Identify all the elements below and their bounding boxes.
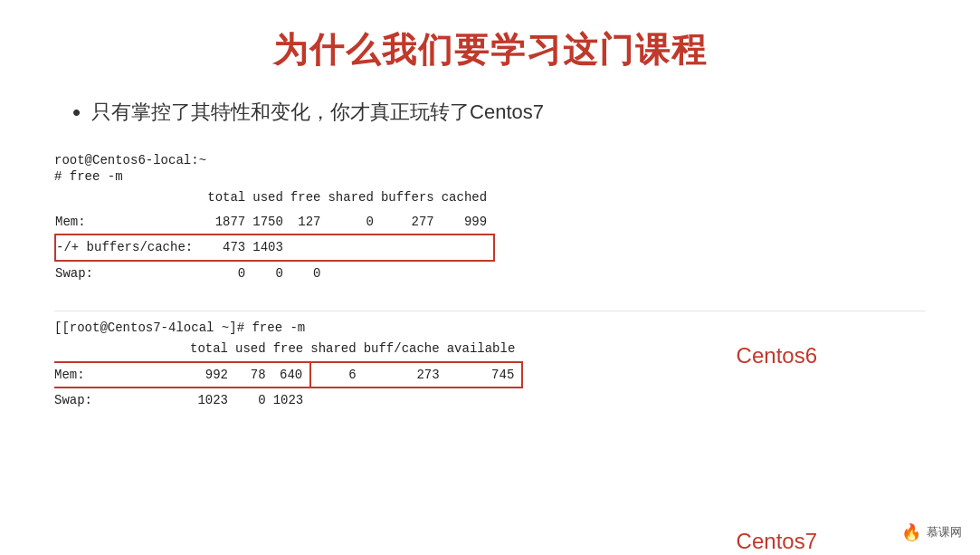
centos6-block: root@Centos6-local:~ # free -m total use… — [54, 153, 926, 285]
c6-h2: used — [252, 186, 290, 210]
watermark: 🔥 慕课网 — [901, 522, 962, 542]
c6-h4: shared — [328, 186, 380, 210]
centos6-prompt2: # free -m — [54, 169, 926, 184]
centos7-table: total used free shared buff/cache availa… — [54, 337, 523, 413]
watermark-text: 慕课网 — [927, 524, 962, 541]
c6-mem-shared: 0 — [328, 210, 380, 235]
c7-swap-total: 1023 — [190, 388, 235, 413]
c6-mem-buffers: 277 — [381, 210, 442, 235]
c6-mem-label: Mem: — [55, 210, 207, 235]
bullet-dot: • — [72, 100, 81, 124]
c6-mem-cached: 999 — [442, 210, 494, 235]
c6-h1: total — [207, 186, 252, 210]
c6-h0 — [55, 186, 207, 210]
c7-swap-label: Swap: — [54, 388, 190, 413]
centos6-mem-row: Mem: 1877 1750 127 0 277 999 — [55, 210, 494, 235]
c6-swap-used: 0 — [252, 261, 290, 286]
c6-h6: cached — [442, 186, 494, 210]
centos7-mem-row: Mem: 992 78 640 6 273 745 — [54, 362, 522, 388]
slide-title: 为什么我们要学习这门课程 — [54, 27, 926, 73]
bullet-point: • 只有掌控了其特性和变化，你才真正玩转了Centos7 — [54, 99, 926, 126]
c6-swap-label: Swap: — [55, 261, 207, 286]
centos7-swap-row: Swap: 1023 0 1023 — [54, 388, 522, 413]
c6-buf-empty3 — [381, 234, 442, 261]
c6-h5: buffers — [381, 186, 442, 210]
c6-mem-used: 1750 — [252, 210, 290, 235]
centos7-prompt1: [[root@Centos7-4local ~]# free -m — [54, 321, 926, 335]
c6-buf-empty2 — [328, 234, 380, 261]
c6-mem-free: 127 — [290, 210, 328, 235]
slide: 为什么我们要学习这门课程 • 只有掌控了其特性和变化，你才真正玩转了Centos… — [0, 0, 980, 555]
bullet-text: 只有掌控了其特性和变化，你才真正玩转了Centos7 — [91, 99, 544, 126]
c7-h1: total — [190, 337, 235, 362]
c7-h2: used — [235, 337, 273, 362]
c7-h6: available — [447, 337, 523, 362]
c6-buf-empty1 — [290, 234, 328, 261]
c7-mem-label: Mem: — [54, 362, 190, 388]
c6-mem-total: 1877 — [207, 210, 252, 235]
centos7-header-row: total used free shared buff/cache availa… — [54, 337, 522, 362]
fire-icon: 🔥 — [901, 522, 921, 542]
c7-h3: free — [273, 337, 311, 362]
c6-buf-free: 1403 — [252, 234, 290, 261]
c7-h5: buff/cache — [364, 337, 447, 362]
centos7-label: Centos7 — [737, 529, 817, 554]
c7-mem-free: 640 — [273, 362, 311, 388]
c6-h3: free — [290, 186, 328, 210]
centos6-swap-row: Swap: 0 0 0 — [55, 261, 494, 286]
centos6-label: Centos6 — [737, 343, 817, 368]
c7-swap-used: 0 — [235, 388, 273, 413]
c6-buf-used: 473 — [207, 234, 252, 261]
c7-mem-shared: 6 — [310, 362, 363, 388]
c7-swap-free: 1023 — [273, 388, 311, 413]
c7-mem-total: 992 — [190, 362, 235, 388]
c7-mem-used: 78 — [235, 362, 273, 388]
c7-h0 — [54, 337, 190, 362]
c6-swap-free: 0 — [290, 261, 328, 286]
centos6-table: total used free shared buffers cached Me… — [54, 186, 495, 285]
centos6-header-row: total used free shared buffers cached — [55, 186, 494, 210]
c7-mem-available: 745 — [447, 362, 523, 388]
c6-buf-label: -/+ buffers/cache: — [55, 234, 207, 261]
centos6-buffers-row: -/+ buffers/cache: 473 1403 — [55, 234, 494, 261]
c6-buf-empty4 — [442, 234, 494, 261]
c7-mem-buffcache: 273 — [364, 362, 447, 388]
centos6-prompt1: root@Centos6-local:~ — [54, 153, 926, 167]
c7-h4: shared — [310, 337, 363, 362]
c6-swap-total: 0 — [207, 261, 252, 286]
